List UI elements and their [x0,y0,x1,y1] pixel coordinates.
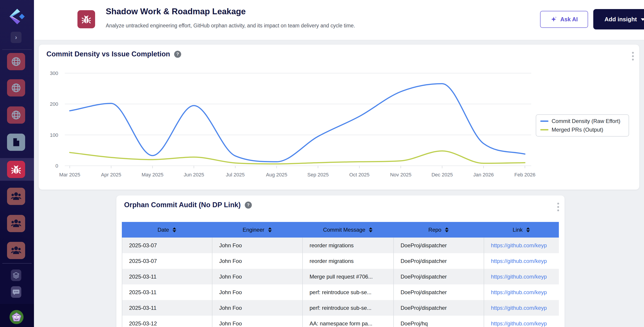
commit-link[interactable]: https://github.com/keyp [484,316,559,327]
table-row: 2025-03-11John FooMerge pull request #70… [122,269,559,284]
table-body: 2025-03-07John Fooreorder migrationsDoeP… [122,238,559,327]
sidebar: › [0,0,34,327]
table-cell: John Foo [212,284,303,300]
table-cell: DoeProj/hq [394,316,484,327]
sidebar-item-dashboard-1[interactable] [7,53,25,70]
sidebar-item-shadow-work-active[interactable] [7,161,25,178]
table-cell: John Foo [212,253,303,269]
table-cell: 2025-03-11 [122,300,212,316]
sidebar-expand-button[interactable]: › [11,32,22,43]
table-cell: Merge pull request #706... [303,269,394,284]
people-icon [10,245,22,256]
chevron-down-icon [641,18,644,21]
table-cell: DoeProj/dispatcher [394,284,484,300]
sort-icon[interactable] [369,227,372,232]
column-header-repo[interactable]: Repo [393,222,484,238]
sort-icon[interactable] [445,227,448,232]
table-cell: 2025-03-11 [122,269,212,284]
column-label: Engineer [242,227,264,233]
svg-text:Nov 2025: Nov 2025 [390,172,412,178]
commit-density-card: Commit Density vs Issue Completion ? 010… [38,44,640,190]
page-header: Shadow Work & Roadmap Leakage Analyze un… [34,0,644,40]
globe-icon [11,110,21,120]
chart-legend: Commit Density (Raw Effort) Merged PRs (… [536,114,629,136]
commit-link[interactable]: https://github.com/keyp [484,269,559,284]
page-title: Shadow Work & Roadmap Leakage [106,7,246,16]
table-cell: perf: reintroduce sub-se... [303,300,394,316]
table-cell: DoeProj/dispatcher [394,300,484,316]
ask-ai-label: Ask AI [560,16,578,23]
sidebar-item-team-2[interactable] [7,215,25,232]
column-header-link[interactable]: Link [484,222,559,238]
table-cell: John Foo [212,269,303,284]
sidebar-item-dashboard-3[interactable] [7,106,25,124]
table-cell: John Foo [212,238,303,253]
sidebar-item-team-3[interactable] [7,242,25,259]
ask-ai-button[interactable]: Ask AI [540,11,588,28]
column-label: Date [158,227,169,233]
sidebar-divider [2,49,32,50]
svg-text:100: 100 [50,132,58,138]
sparkle-icon [550,16,558,23]
svg-text:300: 300 [50,70,58,76]
bug-icon [81,14,91,24]
document-icon [11,138,21,147]
svg-text:Feb 2026: Feb 2026 [514,172,536,178]
layers-icon [12,272,20,279]
table-header-row: DateEngineerCommit MessageRepoLink [122,222,559,238]
table-cell: 2025-03-07 [122,253,212,269]
svg-text:May 2025: May 2025 [142,172,164,178]
user-avatar[interactable] [9,310,24,324]
table-row: 2025-03-12John FooAA: namespace form pa.… [122,316,559,327]
help-icon[interactable]: ? [245,202,252,208]
sidebar-divider [2,263,32,264]
svg-text:Jul 2025: Jul 2025 [226,172,244,178]
table-cell: DoeProj/dispatcher [394,238,484,253]
table-row: 2025-03-07John Fooreorder migrationsDoeP… [122,253,559,269]
orphan-commit-table: DateEngineerCommit MessageRepoLink 2025-… [122,222,559,327]
legend-item: Merged PRs (Output) [540,126,624,133]
legend-swatch-green [540,129,548,130]
add-insight-label: Add insight [604,16,637,23]
sidebar-item-chat[interactable] [11,286,21,298]
globe-icon [11,83,21,93]
table-kebab-menu[interactable] [557,203,559,211]
column-header-date[interactable]: Date [122,222,212,238]
table-cell: 2025-03-11 [122,284,212,300]
commit-link[interactable]: https://github.com/keyp [484,253,559,269]
sort-icon[interactable] [268,227,272,232]
table-row: 2025-03-11John Fooperf: reintroduce sub-… [122,284,559,300]
app-logo-icon[interactable] [8,8,25,25]
column-label: Link [513,227,523,233]
sidebar-item-dashboard-2[interactable] [7,79,25,96]
commit-link[interactable]: https://github.com/keyp [484,300,559,316]
sort-icon[interactable] [526,227,530,232]
svg-text:Dec 2025: Dec 2025 [431,172,453,178]
commit-link[interactable]: https://github.com/keyp [484,238,559,253]
chat-icon [12,288,20,296]
sidebar-item-document[interactable] [7,134,25,151]
table-cell: reorder migrations [303,238,394,253]
series-commit-density-raw-effort- [70,84,525,162]
svg-text:Jun 2025: Jun 2025 [184,172,204,178]
table-cell: John Foo [212,316,303,327]
people-icon [10,218,22,229]
globe-icon [11,56,21,67]
svg-text:0: 0 [56,163,58,169]
add-insight-button[interactable]: Add insight [593,9,644,30]
svg-text:Mar 2025: Mar 2025 [59,172,80,178]
sidebar-item-team-1[interactable] [7,188,25,205]
sort-icon[interactable] [172,227,176,232]
column-header-engineer[interactable]: Engineer [212,222,302,238]
table-row: 2025-03-07John Fooreorder migrationsDoeP… [122,238,559,253]
table-cell: 2025-03-12 [122,316,212,327]
table-cell: AA: namespace form pa... [303,316,394,327]
legend-item: Commit Density (Raw Effort) [540,118,624,124]
table-cell: John Foo [212,300,303,316]
legend-swatch-blue [540,120,548,122]
sidebar-item-layers[interactable] [11,270,21,281]
column-label: Repo [428,227,441,233]
commit-link[interactable]: https://github.com/keyp [484,284,559,300]
svg-text:Oct 2025: Oct 2025 [349,172,369,178]
column-header-commit-message[interactable]: Commit Message [302,222,393,238]
